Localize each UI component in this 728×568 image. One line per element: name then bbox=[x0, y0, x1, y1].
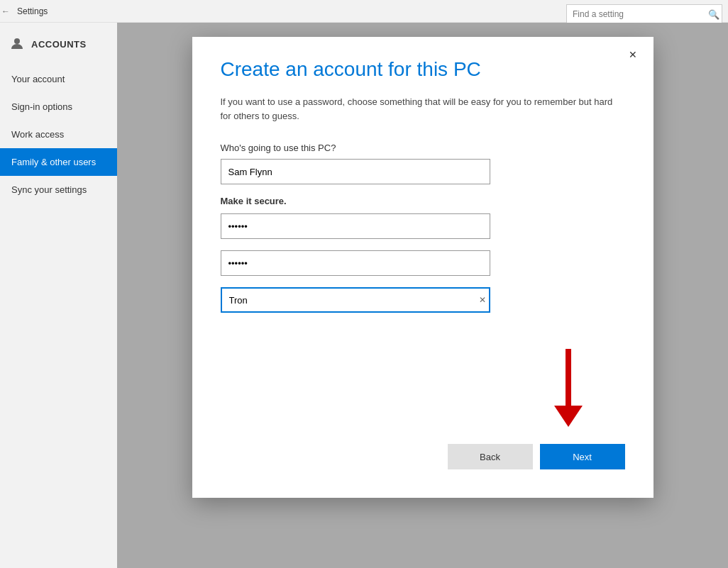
search-icon: 🔍 bbox=[708, 9, 719, 20]
hint-input[interactable] bbox=[221, 287, 490, 313]
title-bar: ← Settings 🔍 — □ ✕ bbox=[0, 0, 728, 23]
search-bar: 🔍 bbox=[566, 4, 722, 24]
arrow-shaft bbox=[566, 349, 571, 406]
dialog-description: If you want to use a password, choose so… bbox=[221, 95, 625, 123]
username-label: Who's going to use this PC? bbox=[221, 143, 625, 153]
sidebar-nav: Your account Sign-in options Work access… bbox=[0, 65, 117, 204]
search-input[interactable] bbox=[566, 4, 722, 24]
back-button[interactable]: Back bbox=[448, 444, 533, 469]
app-body: ACCOUNTS Your account Sign-in options Wo… bbox=[0, 23, 728, 568]
hint-clear-button[interactable]: ✕ bbox=[479, 295, 486, 305]
sidebar-item-family-other-users[interactable]: Family & other users bbox=[0, 148, 117, 176]
content-area: ✕ Create an account for this PC If you w… bbox=[117, 23, 728, 568]
sidebar-item-your-account[interactable]: Your account bbox=[0, 65, 117, 93]
dialog-overlay: ✕ Create an account for this PC If you w… bbox=[117, 23, 728, 568]
sidebar-item-work-access[interactable]: Work access bbox=[0, 121, 117, 148]
back-button[interactable]: ← bbox=[0, 6, 11, 17]
next-button[interactable]: Next bbox=[540, 444, 625, 469]
sidebar: ACCOUNTS Your account Sign-in options Wo… bbox=[0, 23, 117, 568]
hint-field-container: ✕ bbox=[221, 287, 490, 313]
sidebar-header: ACCOUNTS bbox=[0, 28, 117, 60]
sidebar-item-sign-in-options[interactable]: Sign-in options bbox=[0, 93, 117, 121]
secure-label: Make it secure. bbox=[221, 196, 625, 206]
password-input[interactable] bbox=[221, 213, 490, 239]
sidebar-title: ACCOUNTS bbox=[31, 39, 87, 50]
confirm-password-input[interactable] bbox=[221, 250, 490, 276]
svg-point-0 bbox=[14, 38, 20, 44]
arrow-indicator bbox=[554, 349, 583, 427]
window-title: Settings bbox=[17, 6, 48, 16]
create-account-dialog: ✕ Create an account for this PC If you w… bbox=[192, 37, 653, 498]
dialog-title: Create an account for this PC bbox=[221, 58, 625, 81]
accounts-icon bbox=[10, 37, 24, 51]
arrow-head bbox=[554, 406, 583, 427]
sidebar-item-sync-settings[interactable]: Sync your settings bbox=[0, 176, 117, 204]
dialog-close-button[interactable]: ✕ bbox=[622, 44, 644, 65]
dialog-footer: Back Next bbox=[221, 430, 625, 469]
username-input[interactable] bbox=[221, 159, 490, 184]
